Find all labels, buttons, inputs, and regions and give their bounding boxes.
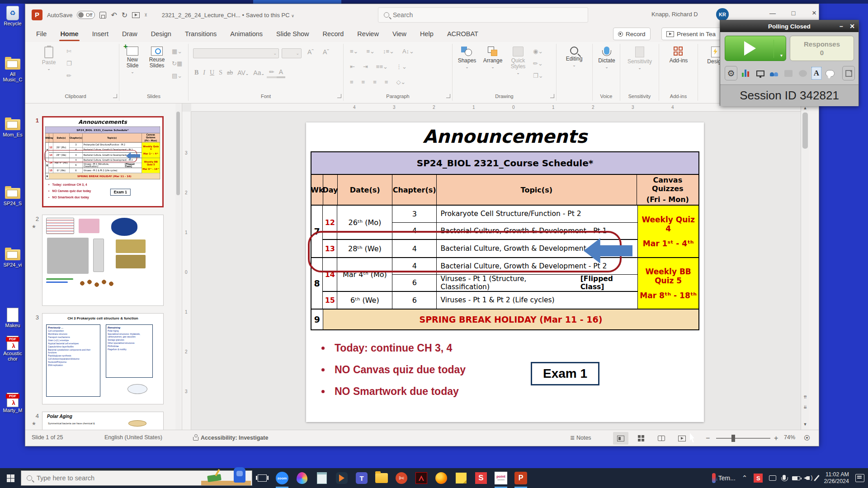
taskbar-firefox[interactable]	[431, 468, 451, 488]
slide-title[interactable]: Announcements	[44, 119, 161, 125]
polling-start-button[interactable]: ▾	[725, 36, 786, 61]
maximize-button[interactable]: □	[783, 4, 804, 22]
polling-minimize-button[interactable]: –	[836, 20, 847, 32]
cast-screen-icon[interactable]	[769, 475, 776, 481]
polling-participants-button[interactable]	[769, 66, 780, 80]
clipboard-dialog-launcher[interactable]	[113, 94, 117, 98]
tab-file[interactable]: File	[35, 28, 47, 40]
change-case-button[interactable]: Aa⌄	[251, 68, 267, 77]
slide-thumbnail-2[interactable]	[42, 215, 164, 306]
align-center-icon[interactable]: ≡	[360, 78, 367, 86]
bullet-no-canvas-quiz[interactable]: NO Canvas quiz due today	[48, 189, 91, 193]
tab-record[interactable]: Record	[322, 28, 345, 40]
slide-thumbnail-4[interactable]: Polar Aging Symmetrical bacteria can hav…	[42, 412, 164, 431]
tab-view[interactable]: View	[392, 28, 407, 40]
minimize-button[interactable]: —	[762, 4, 783, 22]
tab-draw[interactable]: Draw	[121, 28, 138, 40]
tab-review[interactable]: Review	[356, 28, 380, 40]
previous-slide-button[interactable]: ⇈	[801, 393, 809, 402]
drawing-dialog-launcher[interactable]	[550, 94, 554, 98]
notes-button[interactable]: ≣ Notes	[570, 434, 591, 441]
start-button[interactable]	[0, 468, 21, 488]
present-in-teams-button[interactable]: Present in Tea	[661, 28, 729, 40]
bullets-icon[interactable]: ≡⌄	[348, 47, 360, 55]
scroll-down-icon[interactable]: ▼	[801, 420, 809, 429]
sensitivity-button[interactable]: Sensitivity⌄	[627, 47, 653, 70]
notification-center-icon[interactable]	[855, 474, 864, 482]
editing-button[interactable]: Editing⌄	[561, 47, 587, 67]
bullet-today[interactable]: Today: continue CH 3, 4	[48, 183, 87, 187]
taskbar-paint3d[interactable]	[292, 468, 312, 488]
cut-icon[interactable]: ✄	[66, 47, 72, 56]
tray-smartwork-icon[interactable]: S	[754, 474, 763, 483]
shape-fill-icon[interactable]: ◉⌄	[533, 47, 543, 56]
slide-editing-surface[interactable]: Announcements SP24_BIOL 2321_Course Sche…	[44, 118, 161, 206]
bullet-no-canvas-quiz[interactable]: NO Canvas quiz due today	[321, 364, 466, 376]
taskbar-acrobat[interactable]	[411, 468, 431, 488]
slide-editing-surface[interactable]: Announcements SP24_BIOL 2321_Course Sche…	[306, 122, 704, 422]
taskbar-powerpoint[interactable]: P	[511, 468, 531, 488]
desktop-icon-makeu[interactable]: Makeu	[1, 307, 24, 328]
slideshow-icon[interactable]	[132, 12, 140, 18]
numbering-icon[interactable]: ≡⌄	[364, 47, 376, 55]
new-slide-button[interactable]: New Slide⌄	[120, 47, 145, 74]
increase-indent-icon[interactable]: ⇥	[361, 63, 370, 70]
search-box[interactable]	[378, 7, 588, 23]
desktop-icon-sp24-s[interactable]: SP24_S	[1, 185, 24, 206]
font-dialog-launcher[interactable]	[337, 94, 341, 98]
tab-home[interactable]: Home	[59, 28, 79, 40]
arrange-button[interactable]: Arrange⌄	[480, 47, 506, 69]
avatar[interactable]: KR	[716, 8, 729, 21]
addins-button[interactable]: Add-ins	[665, 47, 692, 64]
redo-icon[interactable]: ↻	[122, 11, 127, 19]
shape-effects-icon[interactable]: ❐⌄	[533, 72, 543, 80]
zoom-in-button[interactable]: +	[774, 434, 778, 442]
reset-slide-icon[interactable]: ↻▦	[172, 60, 182, 68]
polling-annotation-tool-selected[interactable]: A	[811, 67, 821, 80]
align-text-icon[interactable]: ⋮⌄	[394, 63, 409, 70]
taskbar-sticky-notes[interactable]	[451, 468, 471, 488]
fit-to-window-button[interactable]: ⦿	[804, 434, 810, 441]
bullet-no-smartwork[interactable]: NO Smartwork due today	[48, 196, 89, 199]
exam-1-box[interactable]: Exam 1	[110, 189, 131, 196]
language-indicator[interactable]: English (United States)	[104, 434, 162, 441]
slide-thumbnail-1[interactable]: Announcements SP24_BIOL 2321_Course Sche…	[42, 116, 164, 207]
zoom-out-button[interactable]: −	[706, 434, 710, 442]
speaker-icon[interactable]	[807, 476, 810, 480]
desktop-icon-acoustic[interactable]: PDFλ Acousticchor	[1, 335, 24, 361]
font-name-combo[interactable]: ⌄	[193, 48, 279, 58]
convert-smartart-icon[interactable]: ◇⌄	[394, 78, 407, 86]
bullet-today[interactable]: Today: continue CH 3, 4	[321, 342, 452, 354]
qat-customize-chevron[interactable]: ⊻	[144, 13, 147, 17]
shapes-button[interactable]: Shapes⌄	[454, 47, 480, 69]
italic-button[interactable]: I	[201, 68, 208, 77]
tab-insert[interactable]: Insert	[91, 28, 109, 40]
normal-view-button[interactable]	[613, 432, 628, 445]
tab-help[interactable]: Help	[419, 28, 434, 40]
desktop-icon-mom-es[interactable]: Mom_Es	[1, 117, 24, 137]
paste-button[interactable]: Paste⌄	[36, 47, 62, 70]
polling-presentation-button[interactable]	[755, 66, 765, 80]
align-left-icon[interactable]: ≡	[348, 78, 355, 86]
slide-thumbnail-3[interactable]: CH 3 Prokaryote cell structure & functio…	[42, 313, 164, 404]
course-schedule-table[interactable]: SP24_BIOL 2321_Course Schedule* Wk Day D…	[311, 151, 699, 330]
tab-design[interactable]: Design	[150, 28, 172, 40]
slide-title[interactable]: Announcements	[306, 126, 704, 147]
polling-titlebar[interactable]: Polling Closed – ✕	[720, 20, 859, 32]
taskbar-clock[interactable]: 11:02 AM 2/26/2024	[824, 471, 849, 485]
taskbar-file-explorer[interactable]	[372, 468, 392, 488]
taskbar-search-box[interactable]	[21, 470, 252, 486]
desktop-icon-marty[interactable]: PDFλ Marty_M	[1, 392, 24, 413]
columns-icon[interactable]: ≡≡⌄	[374, 63, 390, 70]
taskbar-notepad[interactable]	[312, 468, 332, 488]
autosave-toggle[interactable]: Off	[77, 11, 95, 19]
tab-slide-show[interactable]: Slide Show	[275, 28, 310, 40]
character-spacing-button[interactable]: AV⌄	[235, 68, 251, 77]
next-slide-button[interactable]: ⇊	[801, 403, 809, 412]
reuse-slides-button[interactable]: Reuse Slides	[145, 47, 169, 69]
zoom-slider[interactable]	[716, 438, 770, 439]
polling-results-button[interactable]	[741, 66, 751, 80]
slideshow-view-button[interactable]	[674, 432, 689, 445]
decrease-indent-icon[interactable]: ⇤	[348, 63, 357, 70]
line-spacing-icon[interactable]: ↕≡⌄	[381, 47, 396, 55]
